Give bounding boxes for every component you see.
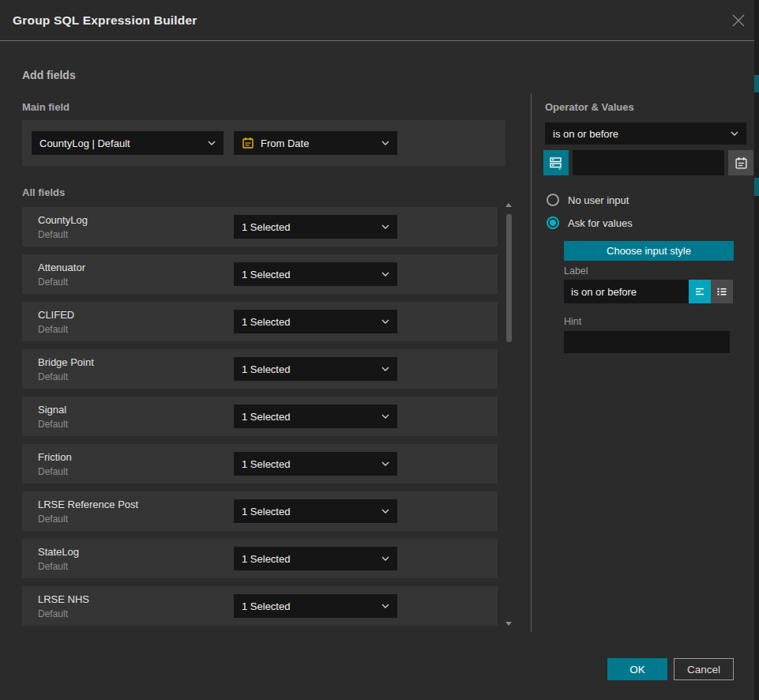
hint-input[interactable]: [564, 331, 730, 353]
main-layer-dropdown[interactable]: CountyLog | Default: [32, 131, 224, 155]
calendar-icon: [735, 156, 748, 170]
main-field-dropdown-value: From Date: [261, 137, 309, 149]
list-picker-icon: [548, 155, 564, 171]
field-selection-dropdown[interactable]: 1 Selected: [234, 357, 397, 381]
ok-button[interactable]: OK: [607, 658, 667, 680]
vertical-divider: [531, 93, 532, 632]
field-selection-dropdown[interactable]: 1 Selected: [234, 215, 397, 239]
calendar-icon: [242, 137, 254, 149]
field-row: Friction Default 1 Selected: [22, 444, 498, 484]
all-fields-heading: All fields: [22, 186, 65, 198]
chevron-down-icon: [381, 556, 389, 561]
main-field-dropdown[interactable]: From Date: [234, 131, 397, 155]
field-subtitle: Default: [38, 277, 68, 288]
field-selection-dropdown[interactable]: 1 Selected: [234, 499, 397, 523]
field-row: CountyLog Default 1 Selected: [22, 207, 498, 247]
field-name: Friction: [38, 451, 72, 463]
field-selection-dropdown[interactable]: 1 Selected: [234, 594, 397, 618]
label-input[interactable]: [564, 280, 689, 303]
field-subtitle: Default: [38, 608, 68, 619]
chevron-down-icon: [381, 367, 389, 371]
add-fields-heading: Add fields: [22, 69, 76, 81]
single-input-style-button[interactable]: [689, 280, 711, 303]
radio-circle-icon: [547, 194, 559, 206]
chevron-down-icon: [381, 141, 389, 145]
field-selection-dropdown[interactable]: 1 Selected: [234, 452, 397, 476]
field-subtitle: Default: [38, 561, 68, 572]
field-name: StateLog: [38, 546, 79, 558]
value-input-row: [543, 150, 739, 175]
background-app-edge: [754, 0, 759, 700]
calendar-picker-button[interactable]: [728, 150, 753, 175]
radio-no-user-input-label: No user input: [568, 194, 629, 206]
group-sql-expression-builder-dialog: Group SQL Expression Builder Add fields …: [0, 0, 759, 700]
value-input[interactable]: [573, 150, 724, 175]
field-name: Attenuator: [38, 262, 85, 273]
field-selection-value: 1 Selected: [242, 221, 290, 233]
field-subtitle: Default: [38, 514, 68, 525]
operator-values-heading: Operator & Values: [545, 101, 634, 113]
field-row: Bridge Point Default 1 Selected: [22, 349, 498, 389]
field-subtitle: Default: [38, 371, 68, 382]
operator-dropdown[interactable]: is on or before: [545, 122, 746, 145]
radio-ask-for-values-label: Ask for values: [568, 217, 633, 229]
choose-input-style-button[interactable]: Choose input style: [564, 241, 734, 261]
main-layer-dropdown-value: CountyLog | Default: [39, 137, 130, 149]
field-selection-dropdown[interactable]: 1 Selected: [234, 547, 397, 570]
dialog-title: Group SQL Expression Builder: [13, 0, 197, 41]
chevron-down-icon: [381, 461, 389, 466]
cancel-button[interactable]: Cancel: [674, 658, 734, 680]
field-selection-value: 1 Selected: [242, 600, 290, 612]
field-selection-dropdown[interactable]: 1 Selected: [234, 310, 397, 333]
field-name: CLIFED: [38, 309, 74, 321]
all-fields-list: CountyLog Default 1 Selected Attenuator …: [22, 207, 498, 634]
list-input-style-button[interactable]: [711, 280, 733, 303]
field-name: LRSE Reference Post: [38, 499, 138, 510]
scrollbar-down-arrow[interactable]: [505, 622, 512, 626]
chevron-down-icon: [731, 131, 738, 136]
field-subtitle: Default: [38, 419, 68, 430]
chevron-down-icon: [208, 141, 216, 145]
field-selection-value: 1 Selected: [242, 506, 290, 517]
field-selection-dropdown[interactable]: 1 Selected: [234, 405, 397, 428]
field-subtitle: Default: [38, 324, 68, 335]
chevron-down-icon: [381, 509, 389, 514]
chevron-down-icon: [381, 319, 389, 324]
title-bar: Group SQL Expression Builder: [0, 0, 759, 41]
main-field-heading: Main field: [22, 101, 70, 113]
label-input-row: [564, 280, 733, 303]
radio-ask-for-values[interactable]: Ask for values: [547, 216, 633, 229]
field-selection-value: 1 Selected: [242, 363, 290, 375]
field-name: CountyLog: [38, 214, 88, 226]
radio-circle-selected-icon: [547, 216, 559, 229]
field-row: CLIFED Default 1 Selected: [22, 302, 498, 341]
field-name: Bridge Point: [38, 356, 94, 368]
radio-no-user-input[interactable]: No user input: [547, 194, 629, 206]
operator-dropdown-value: is on or before: [553, 128, 618, 140]
field-row: LRSE Reference Post Default 1 Selected: [22, 491, 498, 531]
scrollbar-thumb[interactable]: [506, 214, 512, 342]
chevron-down-icon: [381, 604, 389, 608]
field-selection-value: 1 Selected: [242, 458, 290, 470]
field-selection-value: 1 Selected: [242, 411, 290, 423]
field-selection-value: 1 Selected: [242, 316, 290, 328]
field-row: Signal Default 1 Selected: [22, 397, 498, 436]
field-selection-value: 1 Selected: [242, 553, 290, 565]
field-name: Signal: [38, 404, 66, 416]
main-field-panel: CountyLog | Default From Date: [22, 120, 505, 166]
field-row: StateLog Default 1 Selected: [22, 539, 498, 578]
scrollbar-up-arrow[interactable]: [505, 203, 512, 207]
field-subtitle: Default: [38, 229, 68, 240]
field-selection-value: 1 Selected: [242, 269, 290, 280]
align-left-icon: [693, 285, 706, 298]
field-selection-dropdown[interactable]: 1 Selected: [234, 262, 397, 286]
background-app-edge-accent: [754, 75, 759, 92]
unique-values-picker-button[interactable]: [543, 150, 569, 175]
label-field-label: Label: [564, 265, 588, 277]
chevron-down-icon: [381, 224, 389, 229]
chevron-down-icon: [381, 414, 389, 419]
close-icon[interactable]: [731, 13, 746, 28]
field-subtitle: Default: [38, 466, 68, 477]
field-name: LRSE NHS: [38, 593, 89, 605]
background-app-edge-accent: [754, 178, 759, 196]
